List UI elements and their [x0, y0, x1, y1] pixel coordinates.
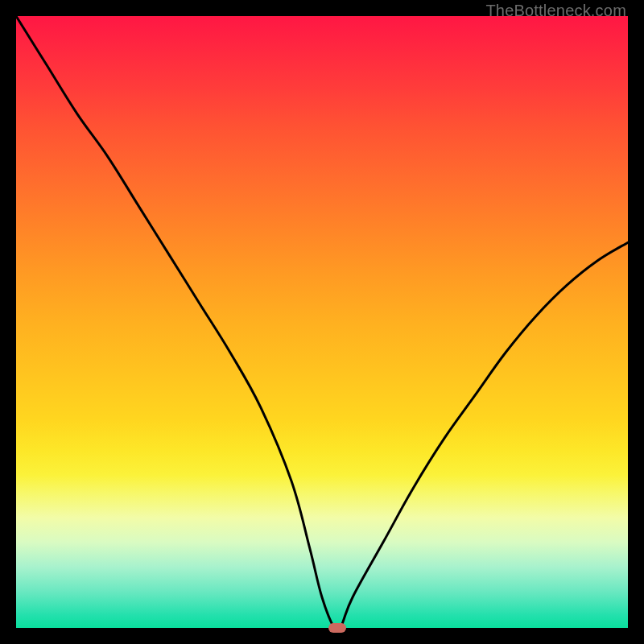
- optimal-marker: [328, 623, 346, 633]
- chart-frame: TheBottleneck.com: [0, 0, 644, 644]
- watermark-text: TheBottleneck.com: [485, 2, 626, 20]
- bottleneck-curve: [16, 16, 628, 628]
- plot-area: [16, 16, 628, 628]
